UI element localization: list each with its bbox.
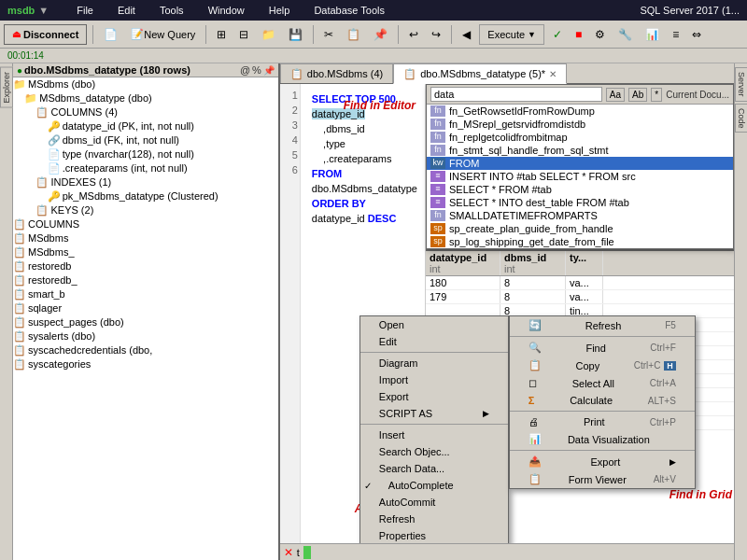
tree-item-18[interactable]: 📋sysalerts (dbo) [13,329,278,343]
ctx-insert[interactable]: Insert [360,427,508,443]
toolbar-grid2-icon[interactable]: ⊟ [234,24,253,45]
tree-item-10[interactable]: 📋COLUMNS [13,217,278,231]
sub-find[interactable]: 🔍 Find Ctrl+F [510,339,695,357]
ac-item-from[interactable]: kw FROM [427,157,733,170]
menu-edit[interactable]: Edit [112,4,141,17]
tree-item-3[interactable]: 🔑datatype_id (PK, int, not null) [13,119,278,133]
toolbar-grid-icon[interactable]: ⊞ [212,24,231,45]
toolbar-cut-icon[interactable]: ✂ [319,24,338,45]
tree-item-7[interactable]: 📋INDEXES (1) [13,175,278,189]
ac-item-smalldt[interactable]: fn SMALLDATETIMEFROMPARTS [427,209,733,222]
toolbar-icon-1[interactable]: 📄 [99,24,122,45]
ctx-properties[interactable]: Properties [360,527,508,543]
ctx-import[interactable]: Import [360,371,508,388]
tree-item-8[interactable]: 🔑pk_MSdbms_datatype (Clustered) [13,189,278,203]
menu-tools[interactable]: Tools [154,4,190,17]
ac-label-0: fn_GetRowsetIdFromRowDump [449,105,595,117]
tree-item-1[interactable]: 📁MSdbms_datatype (dbo) [13,91,278,105]
autocomplete-search-input[interactable] [430,87,602,102]
toolbar-misc2[interactable]: 🔧 [613,24,637,45]
toolbar-check-icon[interactable]: ✓ [548,24,567,45]
toolbar-folder-icon[interactable]: 📁 [257,24,280,45]
toolbar-paste-icon[interactable]: 📌 [369,24,392,45]
tab-1[interactable]: 📋 dbo.MSdbms_datatype (5)* ✕ [393,63,567,84]
sub-export[interactable]: 📤 Export ▶ [510,453,695,470]
execute-dropdown-arrow[interactable]: ▼ [528,30,536,39]
autocomplete-ab-btn[interactable]: Ab [628,88,647,102]
tree-item-9[interactable]: 📋KEYS (2) [13,203,278,217]
grid-row-1[interactable]: 179 8 va... [426,290,734,304]
menu-help[interactable]: Help [263,4,296,17]
ctx-autocommit[interactable]: AutoCommit [360,494,508,511]
tree-item-6[interactable]: 📄.createparams (int, not null) [13,161,278,175]
ac-item-1[interactable]: fn fn_MSrepl_getsrvidfromdistdb [427,118,733,131]
sub-form-viewer[interactable]: 📋 Form Viewer Alt+V [510,470,695,488]
ctx-search-obj[interactable]: Search Objec... [360,443,508,460]
ctx-refresh[interactable]: Refresh [360,511,508,527]
tree-item-13[interactable]: 📋restoredb [13,259,278,273]
explorer-tab-label[interactable]: Explorer [0,67,13,108]
ac-item-snip1[interactable]: ≡ INSERT INTO #tab SELECT * FROM src [427,170,733,183]
menu-file[interactable]: File [71,4,99,17]
sub-select-all[interactable]: ◻ Select All Ctrl+A [510,374,695,392]
sub-calculate[interactable]: Σ Calculate ALT+S [510,392,695,409]
code-sidebar-label[interactable]: Code [735,104,748,133]
execute-button[interactable]: Execute ▼ [479,24,544,45]
tree-item-12[interactable]: 📋MSdbms_ [13,245,278,259]
tree-item-4[interactable]: 🔗dbms_id (FK, int, not null) [13,133,278,147]
tree-item-16[interactable]: 📋sqlager [13,301,278,315]
grid-row-0[interactable]: 180 8 va... [426,276,734,290]
pin-icon[interactable]: 📌 [263,65,275,76]
ac-sp-icon-2: sp [430,236,445,247]
tree-item-20[interactable]: 📋syscategories [13,357,278,371]
autocomplete-aa-btn[interactable]: Aa [606,88,625,102]
tree-item-0[interactable]: 📁MSdbms (dbo) [13,77,278,91]
toolbar-misc4[interactable]: ≡ [668,24,684,45]
ac-item-0[interactable]: fn fn_GetRowsetIdFromRowDump [427,105,733,118]
ctx-autocomplete[interactable]: ✓AutoComplete [360,477,508,494]
ctx-search-data[interactable]: Search Data... [360,460,508,477]
disconnect-button[interactable]: ⏏ Disconnect [4,24,87,45]
toolbar-back-icon[interactable]: ◀ [458,24,475,45]
ctx-edit[interactable]: Edit [360,333,508,350]
sub-print[interactable]: 🖨 Print Ctrl+P [510,413,695,430]
ac-item-2[interactable]: fn fn_replgetcolidfrombitmap [427,131,733,144]
tree-item-19[interactable]: 📋syscachedcredentials (dbo, [13,343,278,357]
toolbar-undo-icon[interactable]: ↩ [404,24,423,45]
tab-1-close[interactable]: ✕ [549,69,557,79]
tree-item-17[interactable]: 📋suspect_pages (dbo) [13,315,278,329]
tree-item-2[interactable]: 📋COLUMNS (4) [13,105,278,119]
toolbar-copy-icon[interactable]: 📋 [342,24,365,45]
ac-item-sp1[interactable]: sp sp_create_plan_guide_from_handle [427,222,733,235]
ctx-script-as[interactable]: SCRIPT AS▶ [360,405,508,422]
menu-window[interactable]: Window [203,4,250,17]
ac-item-snip3[interactable]: ≡ SELECT * INTO dest_table FROM #tab [427,196,733,209]
tree-item-5[interactable]: 📄type (nvarchar(128), not null) [13,147,278,161]
ac-item-sp2[interactable]: sp sp_log_shipping_get_date_from_file [427,235,733,248]
tree-item-15[interactable]: 📋smart_b [13,287,278,301]
toolbar-misc3[interactable]: 📊 [641,24,664,45]
tab-0[interactable]: 📋 dbo.MSdbms (4) [280,63,393,83]
ac-item-snip2[interactable]: ≡ SELECT * FROM #tab [427,183,733,196]
new-query-button[interactable]: 📝 New Query [126,24,200,45]
sub-copy[interactable]: 📋 Copy Ctrl+C H [510,357,695,374]
toolbar-misc1[interactable]: ⚙ [590,24,610,45]
sub-copy-shortcut: Ctrl+C [634,360,661,371]
ctx-export[interactable]: Export [360,388,508,405]
sub-refresh[interactable]: 🔄 Refresh F5 [510,316,695,334]
toolbar-save-icon[interactable]: 💾 [284,24,307,45]
ctx-open[interactable]: Open [360,316,508,333]
tree-item-14[interactable]: 📋restoredb_ [13,273,278,287]
submenu-execute: 🔄 Refresh F5 🔍 Find Ctrl+F 📋 Copy [509,315,696,489]
menu-database-tools[interactable]: Database Tools [308,4,390,17]
toolbar-redo-icon[interactable]: ↪ [427,24,445,45]
autocomplete-star-btn[interactable]: * [651,88,662,102]
toolbar-misc5[interactable]: ⇔ [687,24,706,45]
ac-item-3[interactable]: fn fn_stmt_sql_handle_from_sql_stmt [427,144,733,157]
ctx-diagram[interactable]: Diagram [360,355,508,371]
db-dropdown-arrow[interactable]: ▼ [38,5,49,16]
tree-item-11[interactable]: 📋MSdbms [13,231,278,245]
server-sidebar-label[interactable]: Server [735,67,748,102]
sub-data-viz[interactable]: 📊 Data Visualization [510,430,695,448]
toolbar-stop-icon[interactable]: ■ [571,24,586,45]
